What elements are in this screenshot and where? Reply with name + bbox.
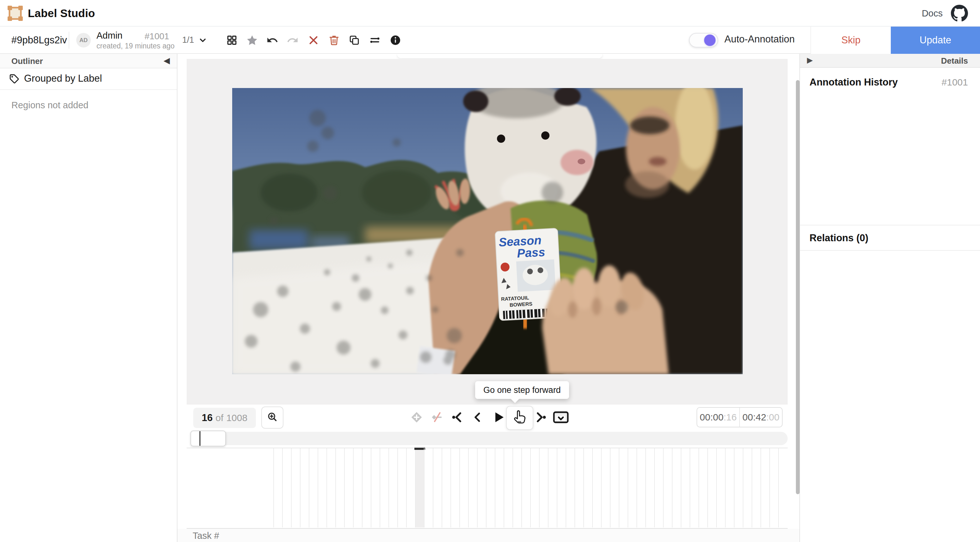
next-keyframe-button[interactable] <box>533 410 548 426</box>
seek-playhead[interactable] <box>199 431 200 446</box>
timeline-column[interactable] <box>291 448 300 528</box>
time-current[interactable]: 00:00:16 <box>697 408 739 427</box>
prev-keyframe-button[interactable] <box>450 410 465 426</box>
delete-button[interactable] <box>327 33 341 47</box>
collapse-left-icon[interactable]: ◀ <box>164 56 170 65</box>
timeline-column-current[interactable] <box>415 448 424 528</box>
timeline-column[interactable] <box>566 448 574 528</box>
timeline-column[interactable] <box>681 448 690 528</box>
timeline-column[interactable] <box>318 448 326 528</box>
step-backward-button[interactable] <box>470 410 485 426</box>
timeline-column[interactable] <box>362 448 371 528</box>
timeline-column[interactable] <box>397 448 406 528</box>
timeline-column[interactable] <box>707 448 716 528</box>
timeline-column[interactable] <box>574 448 583 528</box>
group-by-selector[interactable]: Grouped by Label <box>0 69 177 90</box>
info-button[interactable] <box>388 33 402 47</box>
timeline-column[interactable] <box>583 448 592 528</box>
seek-viewport-handle[interactable] <box>191 430 226 446</box>
timeline-column[interactable] <box>282 448 291 528</box>
timeline-column[interactable] <box>486 448 495 528</box>
toggle-interpolation-button[interactable] <box>429 410 444 426</box>
frame-counter[interactable]: 16 of 1008 <box>193 408 256 428</box>
timeline-column[interactable] <box>743 448 752 528</box>
timeline-column[interactable] <box>654 448 663 528</box>
zoom-in-button[interactable] <box>261 406 283 429</box>
timeline-column[interactable] <box>433 448 442 528</box>
timeline-column[interactable] <box>663 448 672 528</box>
timeline-column[interactable] <box>636 448 645 528</box>
timeline-column[interactable] <box>477 448 486 528</box>
timeline-column[interactable] <box>716 448 725 528</box>
relations-section[interactable]: Relations (0) <box>800 225 980 251</box>
timeline-column[interactable] <box>424 448 433 528</box>
timeline-column[interactable] <box>548 448 557 528</box>
timeline-column[interactable] <box>504 448 512 528</box>
timeline-column[interactable] <box>557 448 566 528</box>
frames-control-button[interactable] <box>553 410 568 426</box>
star-button[interactable] <box>245 33 259 47</box>
chevron-down-icon[interactable] <box>198 35 208 45</box>
github-icon[interactable] <box>951 5 968 22</box>
timeline-column[interactable] <box>380 448 388 528</box>
vertical-scrollbar[interactable] <box>796 80 800 494</box>
timeline-grid[interactable] <box>273 448 787 528</box>
auto-annotation-toggle[interactable] <box>689 33 718 48</box>
step-forward-button[interactable] <box>506 406 533 430</box>
timeline-column[interactable] <box>690 448 698 528</box>
timeline-column[interactable] <box>468 448 477 528</box>
timeline-column[interactable] <box>388 448 397 528</box>
timeline-column[interactable] <box>335 448 344 528</box>
timeline-column[interactable] <box>371 448 380 528</box>
timeline-column[interactable] <box>628 448 636 528</box>
timeline-column[interactable] <box>406 448 415 528</box>
timeline-column[interactable] <box>344 448 353 528</box>
seek-track[interactable] <box>191 432 788 445</box>
video-frame[interactable]: Season Pass RATATOUIL BOWERS <box>232 88 743 374</box>
timeline-column[interactable] <box>645 448 654 528</box>
timeline-column[interactable] <box>450 448 459 528</box>
timeline-column[interactable] <box>459 448 468 528</box>
timeline-column[interactable] <box>601 448 610 528</box>
timeline-column[interactable] <box>273 448 282 528</box>
skip-button[interactable]: Skip <box>810 27 891 54</box>
annotation-history-label[interactable]: Annotation History <box>810 77 898 88</box>
add-keyframe-button[interactable] <box>409 410 424 426</box>
annotator-name[interactable]: Admin <box>97 30 123 41</box>
reject-button[interactable] <box>307 33 320 47</box>
timeline-column[interactable] <box>698 448 707 528</box>
docs-link[interactable]: Docs <box>922 0 943 27</box>
expand-right-icon[interactable]: ▶ <box>807 56 813 65</box>
timeline-column[interactable] <box>734 448 743 528</box>
avatar[interactable]: AD <box>76 33 91 48</box>
timeline-column[interactable] <box>610 448 619 528</box>
timeline-column[interactable] <box>539 448 548 528</box>
timeline-column[interactable] <box>442 448 450 528</box>
duplicate-button[interactable] <box>347 33 361 47</box>
timeline-column[interactable] <box>495 448 504 528</box>
timeline-column[interactable] <box>326 448 335 528</box>
update-button[interactable]: Update <box>891 27 980 54</box>
annotation-pager[interactable]: 1/1 <box>182 35 194 45</box>
timeline-column[interactable] <box>309 448 318 528</box>
undo-button[interactable] <box>266 33 279 47</box>
timeline-column[interactable] <box>725 448 734 528</box>
redo-button[interactable] <box>286 33 299 47</box>
timeline-column[interactable] <box>752 448 760 528</box>
timeline-column[interactable] <box>353 448 362 528</box>
timeline-column[interactable] <box>592 448 601 528</box>
timeline-column[interactable] <box>769 448 778 528</box>
timeline-playhead-marker[interactable] <box>414 448 425 450</box>
timeline-column[interactable] <box>521 448 530 528</box>
timeline-column[interactable] <box>778 448 787 528</box>
timeline-column[interactable] <box>672 448 681 528</box>
frame-current[interactable]: 16 <box>202 412 213 424</box>
grid-view-button[interactable] <box>225 33 239 47</box>
settings-button[interactable] <box>368 33 382 47</box>
timeline-column[interactable] <box>300 448 309 528</box>
timeline-column[interactable] <box>530 448 539 528</box>
play-button[interactable] <box>491 410 506 426</box>
timeline-column[interactable] <box>760 448 769 528</box>
timeline-column[interactable] <box>512 448 521 528</box>
timeline-column[interactable] <box>619 448 628 528</box>
